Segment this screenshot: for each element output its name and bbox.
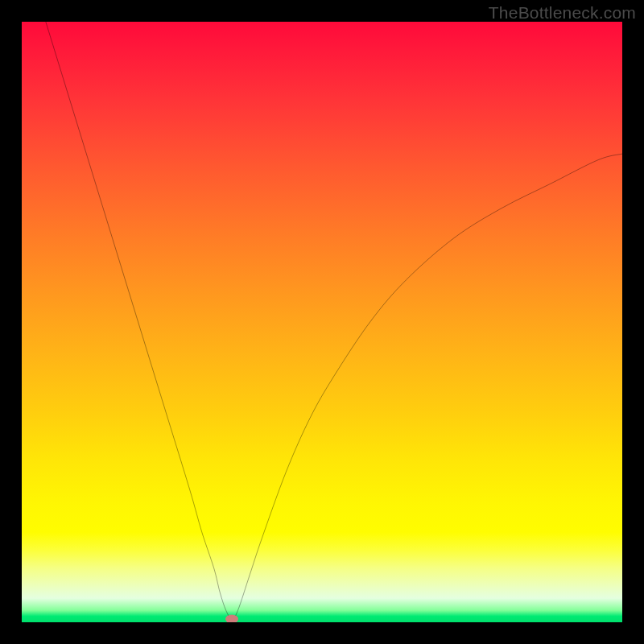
attribution-text: TheBottleneck.com xyxy=(489,3,636,23)
bottleneck-curve xyxy=(22,22,622,622)
plot-area xyxy=(22,22,622,622)
chart-frame: TheBottleneck.com xyxy=(0,0,644,644)
minimum-marker xyxy=(225,615,238,622)
